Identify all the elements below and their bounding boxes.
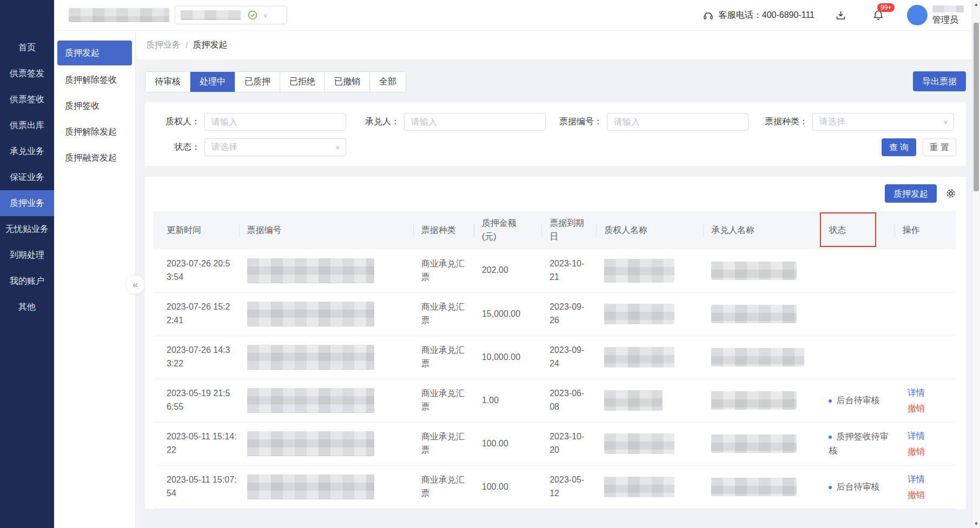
sidebar-item-other[interactable]: 其他: [0, 294, 54, 320]
masked-pledgee-name: [604, 477, 674, 497]
user-role-label: 管理员: [932, 15, 964, 25]
company-name-masked: [181, 10, 241, 20]
bill-type: 商业承兑汇票: [421, 473, 466, 500]
masked-pledgee-name: [604, 304, 674, 324]
tab-all[interactable]: 全部: [370, 72, 406, 92]
pledge-amount: 1.00: [482, 394, 499, 407]
filter-bill-type: 票据种类： 请选择 ∨: [750, 113, 954, 131]
status-cell: 质押签收待审核: [820, 422, 894, 465]
submenu-item-pledge-receive[interactable]: 质押签收: [57, 95, 132, 117]
submenu-item-pledge-release-initiate[interactable]: 质押解除发起: [57, 121, 132, 143]
sidebar-item-guarantee[interactable]: 保证业务: [0, 164, 54, 190]
sidebar-item-ticket-outbound[interactable]: 供票出库: [0, 112, 54, 138]
avatar[interactable]: [907, 5, 928, 25]
sidebar-item-maturity[interactable]: 到期处理: [0, 242, 54, 268]
table-row: 2023-07-26 14:33:22 商业承兑汇票 10,000.00 202…: [154, 336, 956, 379]
bill-type-select[interactable]: 请选择 ∨: [812, 113, 954, 131]
vertical-scrollbar[interactable]: ▲ ▼: [972, 0, 980, 528]
page-body: 待审核 处理中 已质押 已拒绝 已撤销 全部 导出票据: [135, 59, 980, 528]
notifications[interactable]: 99+: [872, 9, 884, 21]
sidebar-collapse-button[interactable]: «: [125, 275, 145, 295]
pledge-initiate-button[interactable]: 质押发起: [885, 184, 937, 203]
tab-processing[interactable]: 处理中: [190, 72, 235, 92]
status-cell: [820, 292, 894, 336]
revoke-link[interactable]: 撤销: [908, 489, 956, 501]
sidebar-item-acceptance[interactable]: 承兑业务: [0, 138, 54, 164]
status-placeholder: 请选择: [211, 142, 237, 153]
app-logo-masked: [69, 8, 169, 22]
status-select[interactable]: 请选择 ∨: [204, 138, 346, 156]
tab-pending-review[interactable]: 待审核: [145, 72, 190, 92]
service-phone: 客服电话：400-6890-111: [703, 10, 815, 21]
col-header-due-date: 票据到期日: [541, 211, 596, 249]
filter-bill-number: 票据编号：: [547, 113, 749, 131]
submenu-item-pledge-initiate[interactable]: 质押发起: [57, 41, 132, 65]
main-content: 质押业务 / 质押发起 待审核 处理中 已质押 已拒绝 已撤销 全部: [135, 31, 980, 528]
masked-bill-number: [247, 474, 374, 499]
tab-revoked[interactable]: 已撤销: [325, 72, 370, 92]
acceptor-input[interactable]: [404, 113, 546, 131]
sidebar-item-my-account[interactable]: 我的账户: [0, 268, 54, 294]
masked-pledgee-name: [604, 259, 674, 283]
scrollbar-thumb[interactable]: [974, 23, 979, 191]
gear-icon[interactable]: [945, 188, 956, 199]
tab-rejected[interactable]: 已拒绝: [280, 72, 325, 92]
updated-time: 2023-05-11 15:07:54: [167, 473, 237, 500]
top-header: ∨ 客服电话：400-6890-111 99+: [54, 0, 980, 31]
actions-cell: [895, 292, 956, 336]
due-date: 2023-10-21: [549, 257, 587, 284]
chevron-down-icon: ∨: [943, 119, 948, 125]
revoke-link[interactable]: 撤销: [908, 445, 956, 458]
due-date: 2023-06-08: [549, 387, 587, 414]
pledgee-input[interactable]: [204, 113, 346, 131]
sidebar-item-worryfree-discount[interactable]: 无忧贴业务: [0, 216, 54, 242]
bill-number-input[interactable]: [607, 113, 749, 131]
col-header-amount: 质押金额(元): [474, 211, 541, 249]
company-selector[interactable]: ∨: [175, 6, 287, 24]
breadcrumb-separator: /: [186, 41, 188, 50]
table-row: 2023-07-26 20:53:54 商业承兑汇票 202.00 2023-1…: [154, 249, 956, 292]
scroll-up-icon[interactable]: ▲: [972, 2, 980, 7]
breadcrumb-current: 质押发起: [193, 39, 227, 51]
sidebar-item-home[interactable]: 首页: [0, 35, 54, 61]
sidebar-item-pledge[interactable]: 质押业务: [0, 190, 54, 216]
masked-bill-number: [247, 258, 374, 283]
actions-cell: 详情 撤销: [895, 422, 956, 465]
export-bills-button[interactable]: 导出票据: [913, 71, 966, 91]
query-button[interactable]: 查 询: [882, 138, 916, 156]
tab-pledged[interactable]: 已质押: [235, 72, 280, 92]
user-info: 管理员: [932, 5, 964, 25]
bill-type-placeholder: 请选择: [819, 116, 845, 128]
bills-table: 更新时间 票据编号 票据种类 质押金额(元) 票据到期日 质权人名称 承兑人名称…: [154, 211, 956, 509]
status-tabs: 待审核 处理中 已质押 已拒绝 已撤销 全部: [145, 71, 406, 92]
bill-type: 商业承兑汇票: [421, 344, 466, 371]
scroll-down-icon[interactable]: ▼: [972, 521, 980, 526]
col-header-status: 状态: [820, 211, 894, 249]
masked-pledgee-name: [604, 433, 674, 454]
detail-link[interactable]: 详情: [908, 386, 956, 399]
updated-time: 2023-07-26 20:53:54: [167, 257, 237, 284]
app-root: 首页 供票签发 供票签收 供票出库 承兑业务 保证业务 质押业务 无忧贴业务 到…: [0, 0, 980, 528]
status-label: 状态：: [145, 142, 204, 153]
detail-link[interactable]: 详情: [908, 430, 956, 442]
submenu-item-pledge-release-receive[interactable]: 质押解除签收: [57, 69, 132, 91]
table-row: 2023-05-11 15:07:54 商业承兑汇票 100.00 2023-0…: [154, 465, 956, 509]
col-header-pledgee: 质权人名称: [596, 211, 703, 249]
sidebar-item-ticket-receive[interactable]: 供票签收: [0, 86, 54, 112]
breadcrumb-parent[interactable]: 质押业务: [146, 39, 181, 51]
col-header-actions: 操作: [895, 211, 956, 249]
bill-type: 商业承兑汇票: [421, 430, 466, 457]
pledge-amount: 10,000.00: [482, 351, 520, 364]
col-header-bill-number: 票据编号: [239, 211, 413, 249]
breadcrumb: 质押业务 / 质押发起: [135, 31, 980, 59]
pledge-amount: 100.00: [482, 480, 508, 494]
revoke-link[interactable]: 撤销: [908, 402, 956, 415]
filter-pledgee: 质权人：: [145, 113, 346, 131]
submenu-item-pledge-financing-initiate[interactable]: 质押融资发起: [57, 146, 132, 169]
table-row: 2023-05-11 15:14:22 商业承兑汇票 100.00 2023-1…: [154, 422, 956, 465]
status-text: 质押签收待审核: [829, 432, 888, 455]
detail-link[interactable]: 详情: [908, 473, 956, 485]
sidebar-item-ticket-issue[interactable]: 供票签发: [0, 61, 54, 86]
download-icon[interactable]: [835, 10, 846, 21]
reset-button[interactable]: 重 置: [923, 138, 956, 156]
